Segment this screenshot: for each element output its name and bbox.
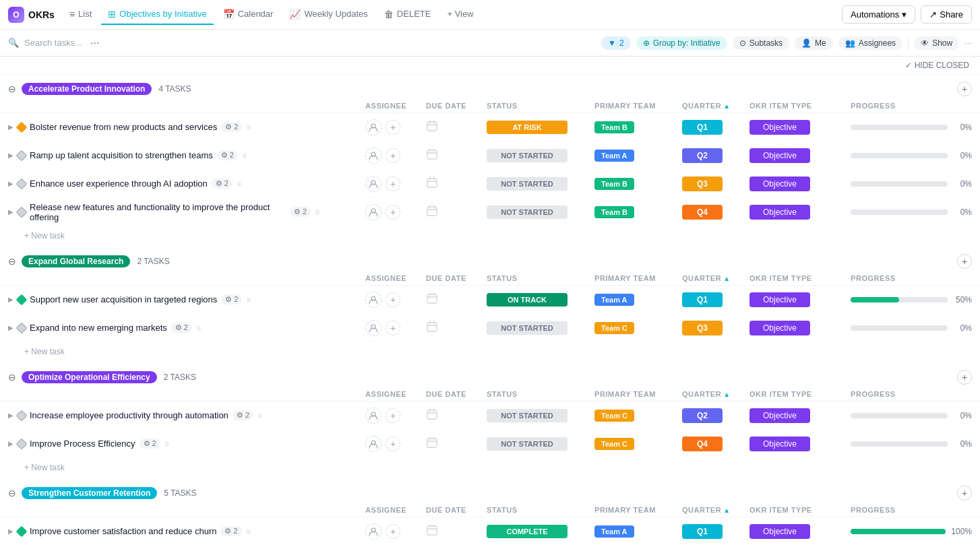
expand-arrow-icon[interactable]: ▶ [8,296,13,303]
status-badge[interactable]: NOT STARTED [487,409,568,422]
task-due-date-cell[interactable] [426,120,487,135]
status-badge[interactable]: COMPLETE [487,525,568,538]
group-badge[interactable]: Strengthen Customer Retention [22,487,157,499]
task-due-date-cell[interactable] [426,437,487,451]
calendar-icon[interactable] [426,408,438,423]
okr-type-badge[interactable]: Objective [749,292,810,307]
expand-arrow-icon[interactable]: ▶ [8,152,13,159]
quarter-badge[interactable]: Q1 [682,292,723,307]
status-badge[interactable]: AT RISK [487,121,568,134]
new-task-button[interactable]: + New task [24,347,65,356]
group-toggle-icon[interactable]: ⊖ [8,372,16,383]
assignee-avatar[interactable] [365,292,381,308]
hide-closed-button[interactable]: ✓ HIDE CLOSED [905,61,969,70]
status-badge[interactable]: NOT STARTED [487,205,568,219]
group-add-button[interactable]: + [957,486,972,501]
quarter-badge[interactable]: Q4 [682,205,723,220]
group-badge[interactable]: Accelerate Product Innovation [22,83,152,95]
team-badge[interactable]: Team A [594,294,634,306]
subtasks-filter[interactable]: ⊙ Subtasks [733,36,789,50]
task-menu-icon[interactable]: ≡ [315,207,319,217]
group-toggle-icon[interactable]: ⊖ [8,488,16,498]
quarter-badge[interactable]: Q3 [682,321,723,335]
assignee-avatar[interactable] [365,436,381,452]
show-filter[interactable]: 👁 Show [914,36,959,50]
team-badge[interactable]: Team C [594,438,634,450]
team-badge[interactable]: Team B [594,178,634,190]
task-subtask-count[interactable]: ⚙ 2 [171,323,192,333]
tab-objectives-by-initiative[interactable]: ⊞ Objectives by Initiative [101,5,213,25]
task-menu-icon[interactable]: ≡ [242,151,247,160]
filter-count-badge[interactable]: ▼ 2 [601,36,631,50]
tab-list[interactable]: ≡ List [63,5,98,25]
expand-arrow-icon[interactable]: ▶ [8,123,13,131]
task-subtask-count[interactable]: ⚙ 2 [212,179,233,189]
add-assignee-button[interactable]: + [386,205,400,220]
expand-arrow-icon[interactable]: ▶ [8,208,13,216]
add-assignee-button[interactable]: + [386,408,400,423]
team-badge[interactable]: Team A [594,525,634,538]
tab-delete[interactable]: 🗑 DELETE [377,5,438,25]
team-badge[interactable]: Team A [594,150,634,162]
me-filter[interactable]: 👤 Me [795,36,833,50]
task-menu-icon[interactable]: ≡ [246,295,251,304]
add-assignee-button[interactable]: + [386,292,400,307]
group-add-button[interactable]: + [957,370,972,385]
okr-type-badge[interactable]: Objective [749,437,810,451]
expand-arrow-icon[interactable]: ▶ [8,412,13,419]
okr-type-badge[interactable]: Objective [749,148,810,163]
task-menu-icon[interactable]: ≡ [237,179,241,189]
group-badge[interactable]: Optimize Operational Efficiency [22,371,157,383]
group-toggle-icon[interactable]: ⊖ [8,84,16,94]
team-badge[interactable]: Team C [594,322,634,334]
assignees-filter[interactable]: 👥 Assignees [838,36,902,50]
okr-type-badge[interactable]: Objective [749,176,810,191]
okr-type-badge[interactable]: Objective [749,205,810,220]
task-due-date-cell[interactable] [426,205,487,220]
tab-weekly-updates[interactable]: 📈 Weekly Updates [282,5,374,25]
expand-arrow-icon[interactable]: ▶ [8,440,13,447]
task-menu-icon[interactable]: ≡ [164,439,169,449]
task-subtask-count[interactable]: ⚙ 2 [221,122,242,132]
task-subtask-count[interactable]: ⚙ 2 [233,410,253,420]
automations-button[interactable]: Automations ▾ [842,5,915,24]
share-button[interactable]: ↗ Share [921,5,972,24]
task-menu-icon[interactable]: ≡ [257,411,262,420]
task-due-date-cell[interactable] [426,292,487,307]
task-menu-icon[interactable]: ≡ [196,323,201,333]
group-add-button[interactable]: + [957,254,972,269]
calendar-icon[interactable] [426,120,438,135]
expand-arrow-icon[interactable]: ▶ [8,180,13,187]
task-subtask-count[interactable]: ⚙ 2 [140,439,160,449]
task-due-date-cell[interactable] [426,408,487,423]
group-add-button[interactable]: + [957,82,972,96]
status-badge[interactable]: NOT STARTED [487,321,568,335]
task-subtask-count[interactable]: ⚙ 2 [220,526,241,536]
tab-calendar[interactable]: 📅 Calendar [216,5,280,25]
add-assignee-button[interactable]: + [386,120,400,135]
team-badge[interactable]: Team B [594,206,634,218]
task-menu-icon[interactable]: ≡ [246,123,251,132]
quarter-badge[interactable]: Q2 [682,408,723,423]
status-badge[interactable]: NOT STARTED [487,437,568,451]
task-subtask-count[interactable]: ⚙ 2 [217,150,238,160]
status-badge[interactable]: ON TRACK [487,293,568,307]
tab-view[interactable]: + View [440,5,480,24]
assignee-avatar[interactable] [365,523,381,540]
add-assignee-button[interactable]: + [386,321,400,335]
quarter-badge[interactable]: Q1 [682,120,723,135]
calendar-icon[interactable] [426,176,438,191]
assignee-avatar[interactable] [365,320,381,336]
group-toggle-icon[interactable]: ⊖ [8,256,16,267]
quarter-badge[interactable]: Q2 [682,148,723,163]
assignee-avatar[interactable] [365,176,381,192]
new-task-button[interactable]: + New task [24,231,65,240]
task-subtask-count[interactable]: ⚙ 2 [221,294,242,304]
add-assignee-button[interactable]: + [386,148,400,163]
task-due-date-cell[interactable] [426,321,487,335]
task-due-date-cell[interactable] [426,148,487,163]
assignee-avatar[interactable] [365,119,381,135]
task-menu-icon[interactable]: ≡ [246,527,251,536]
more-options-icon[interactable]: ··· [90,37,99,49]
quarter-badge[interactable]: Q3 [682,176,723,191]
